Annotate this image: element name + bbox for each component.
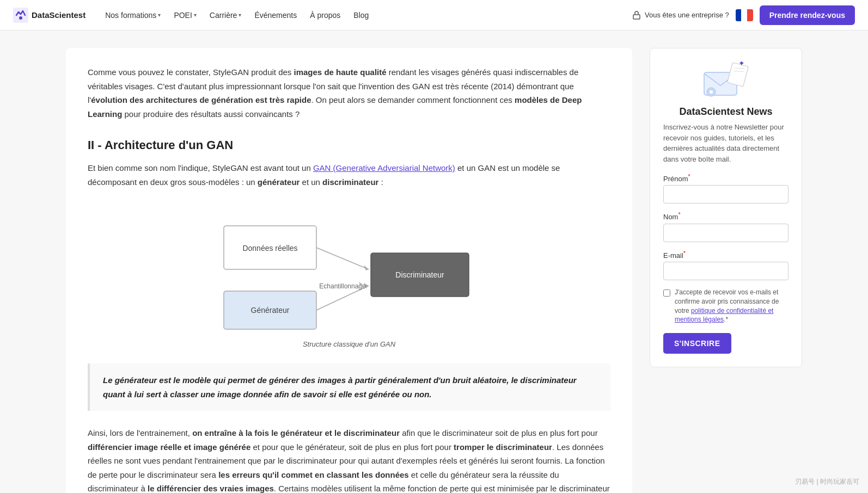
nav-item-carriere[interactable]: Carrière ▾ — [204, 8, 247, 23]
language-flag[interactable] — [736, 9, 753, 21]
chevron-down-icon: ▾ — [194, 12, 197, 18]
nom-input[interactable] — [663, 224, 788, 242]
nav-item-apropos[interactable]: À propos — [304, 8, 346, 23]
email-input[interactable] — [663, 262, 788, 280]
gan-diagram: Données réelles Générateur Discriminateu… — [88, 204, 610, 348]
cta-button[interactable]: Prendre rendez-vous — [760, 5, 855, 25]
svg-rect-16 — [728, 63, 749, 87]
nav-links: Nos formations ▾ POEI ▾ Carrière ▾ Événe… — [100, 8, 627, 23]
submit-button[interactable]: S'INSCRIRE — [663, 333, 731, 354]
prenom-label: Prénom* — [663, 173, 788, 183]
consent-row: J'accepte de recevoir vos e-mails et con… — [663, 288, 788, 324]
nav-right: Vous êtes une entreprise ? Prendre rende… — [632, 5, 855, 25]
sidebar: ✦ DataScientest News Inscrivez-vous à no… — [650, 48, 802, 367]
prenom-field-group: Prénom* — [663, 173, 788, 204]
svg-text:✦: ✦ — [738, 61, 745, 67]
newsletter-icon-wrap: ✦ — [663, 61, 788, 100]
body-paragraph-1: Et bien comme son nom l'indique, StyleGA… — [88, 161, 610, 189]
section-heading: II - Architecture d'un GAN — [88, 138, 610, 152]
navigation: DataScientest Nos formations ▾ POEI ▾ Ca… — [0, 0, 868, 30]
intro-paragraph: Comme vous pouvez le constater, StyleGAN… — [88, 65, 610, 121]
nom-field-group: Nom* — [663, 211, 788, 242]
logo[interactable]: DataScientest — [13, 8, 85, 23]
consent-checkbox[interactable] — [663, 289, 670, 297]
svg-text:Discriminateur: Discriminateur — [395, 270, 444, 279]
prenom-input[interactable] — [663, 185, 788, 204]
diagram-caption: Structure classique d'un GAN — [303, 340, 395, 348]
chevron-down-icon: ▾ — [158, 12, 161, 18]
svg-text:Données réelles: Données réelles — [242, 244, 297, 252]
privacy-policy-link[interactable]: politique de confidentialité et mentions… — [675, 307, 773, 324]
chevron-down-icon: ▾ — [239, 12, 241, 18]
svg-text:Générateur: Générateur — [251, 306, 290, 315]
nav-item-blog[interactable]: Blog — [348, 8, 374, 23]
nav-item-poei[interactable]: POEI ▾ — [168, 8, 201, 23]
nav-item-formations[interactable]: Nos formations ▾ — [100, 8, 166, 23]
newsletter-card: ✦ DataScientest News Inscrivez-vous à no… — [650, 48, 802, 367]
email-field-group: E-mail* — [663, 250, 788, 280]
svg-text:Echantillonnage: Echantillonnage — [319, 282, 366, 290]
gan-diagram-svg: Données réelles Générateur Discriminateu… — [207, 204, 491, 335]
svg-rect-0 — [13, 8, 28, 23]
logo-text: DataScientest — [32, 10, 85, 20]
quote-block: Le générateur est le modèle qui permet d… — [88, 363, 610, 411]
main-content: Comme vous pouvez le constater, StyleGAN… — [66, 48, 632, 493]
newsletter-icon: ✦ — [701, 61, 750, 100]
sidebar-description: Inscrivez-vous à notre Newsletter pour r… — [663, 122, 788, 164]
watermark: 刃易号 | 时尚玩家岳可 — [795, 477, 859, 486]
email-label: E-mail* — [663, 250, 788, 260]
logo-icon — [13, 8, 28, 23]
nav-item-evenements[interactable]: Événements — [249, 8, 302, 23]
svg-line-9 — [316, 248, 369, 269]
closing-paragraph: Ainsi, lors de l'entrainement, on entraî… — [88, 426, 610, 493]
sidebar-title: DataScientest News — [663, 106, 788, 118]
consent-label: J'accepte de recevoir vos e-mails et con… — [675, 288, 788, 324]
nom-label: Nom* — [663, 211, 788, 221]
gan-link[interactable]: GAN (Generative Adversiarial Network) — [313, 163, 455, 172]
svg-point-1 — [19, 16, 22, 20]
svg-rect-2 — [633, 15, 640, 19]
svg-point-22 — [710, 90, 713, 94]
page-wrapper: Comme vous pouvez le constater, StyleGAN… — [53, 30, 815, 493]
enterprise-link[interactable]: Vous êtes une entreprise ? — [632, 10, 729, 20]
enterprise-icon — [632, 10, 641, 20]
